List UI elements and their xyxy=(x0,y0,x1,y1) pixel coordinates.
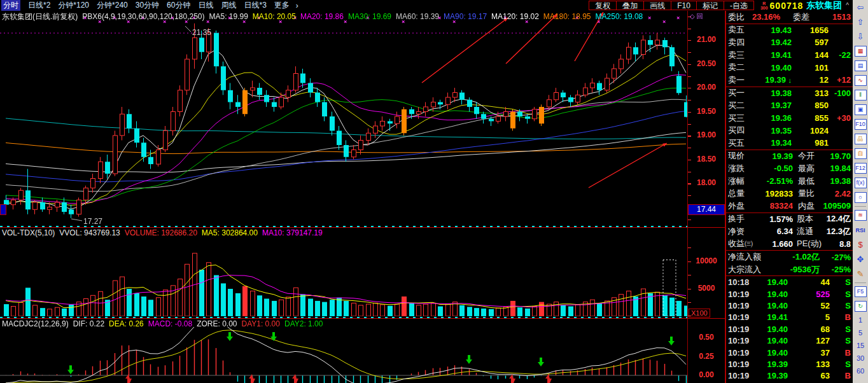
toolbar-button-6[interactable]: -自选 xyxy=(724,1,754,10)
tick-side: S xyxy=(830,289,851,299)
menu-item-9[interactable]: 日线*3 xyxy=(244,0,266,11)
f5-icon[interactable]: F5 xyxy=(853,284,867,299)
collapse-icon[interactable]: ^ xyxy=(846,2,849,9)
main-chart-canvas[interactable] xyxy=(0,11,687,227)
toolbar-button-4[interactable]: F10 xyxy=(671,1,697,10)
menu-item-5[interactable]: 30分钟 xyxy=(136,0,159,11)
tree-icon[interactable]: 品 xyxy=(853,132,867,146)
up-arrow-icon: ⇧ xyxy=(857,18,864,26)
menu-item-1[interactable]: 分时 xyxy=(1,0,20,11)
price-axis-label: 20.00 xyxy=(691,83,722,92)
f10-icon[interactable]: F10 xyxy=(853,117,867,132)
menu-item-4[interactable]: 分钟*240 xyxy=(97,0,128,11)
crosshair-icon[interactable]: ✥ xyxy=(853,252,867,267)
tick-time: 10:19 xyxy=(728,348,755,358)
stock-name[interactable]: 东软集团 xyxy=(806,0,842,11)
macd-chart-canvas[interactable] xyxy=(0,327,687,383)
tick-row[interactable]: 10:1919.415B xyxy=(726,312,853,323)
bid-row[interactable]: 买四19.351024 xyxy=(726,124,853,137)
stat-value: 109509 xyxy=(822,201,851,211)
ask-row[interactable]: 卖五19.431656 xyxy=(726,24,853,37)
pencil-icon[interactable]: ✎ xyxy=(853,267,867,281)
bid-row[interactable]: 买三19.36855+30 xyxy=(726,112,853,125)
back-arrow-icon[interactable]: ⇦ xyxy=(853,0,867,15)
menu-item-2[interactable]: 日线*2 xyxy=(28,0,50,11)
header-value: MA90: 19.17 xyxy=(444,12,487,21)
weibi-label: 委比 xyxy=(728,11,752,23)
list-icon: ▤ xyxy=(855,60,867,71)
pane-window-icons[interactable]: ◇ 回 xyxy=(690,12,703,21)
period-button-15[interactable]: 15 xyxy=(853,339,867,352)
ask-row[interactable]: 卖一19.39 ↓12+12 xyxy=(726,74,853,87)
money-icon[interactable]: $ xyxy=(853,237,867,252)
header-value: MA30: 19.69 xyxy=(348,12,391,21)
down-arrow-icon[interactable]: ⇩ xyxy=(853,29,867,44)
pane-divider xyxy=(0,318,725,319)
menu-item-6[interactable]: 60分钟 xyxy=(167,0,190,11)
tick-time: 10:19 xyxy=(728,359,755,369)
bid-row[interactable]: 买二19.37850 xyxy=(726,99,853,112)
tick-row[interactable]: 10:1919.3963B xyxy=(726,370,853,382)
f5-icon: F5 xyxy=(855,286,867,297)
toolbar-button-3[interactable]: 画线 xyxy=(643,1,671,10)
tick-row[interactable]: 10:1919.39133S xyxy=(726,358,853,370)
ask-label: 卖一 xyxy=(728,74,756,86)
stat-label: 涨幅 xyxy=(728,176,753,187)
wave-icon[interactable]: ≋ xyxy=(853,208,867,223)
menu-item-3[interactable]: 分钟*120 xyxy=(58,0,89,11)
bid-price: 19.36 xyxy=(756,113,792,123)
tick-volume: 52 xyxy=(788,301,830,310)
formula-icon[interactable]: f(x) xyxy=(853,176,867,190)
stat-label: 最低 xyxy=(793,176,822,187)
list-icon[interactable]: ▤ xyxy=(853,59,867,73)
tick-row[interactable]: 10:1819.4044S xyxy=(726,276,853,288)
tick-row[interactable]: 10:1919.40127S xyxy=(726,335,853,346)
ask-row[interactable]: 卖二19.40101 xyxy=(726,61,853,74)
refresh-icon: ↻ xyxy=(855,301,867,312)
price-axis-ticks xyxy=(688,17,691,227)
stat-row: 涨跌-0.50最高19.84 xyxy=(726,162,853,175)
period-button-1[interactable]: 1 xyxy=(853,314,867,326)
stock-code[interactable]: 600718 xyxy=(770,1,804,11)
menu-item-10[interactable]: 更多 xyxy=(274,0,290,11)
menu-item-7[interactable]: 日线 xyxy=(198,0,213,11)
indicator-params: PBX6(4,9,19,30,60,90,120,180,250) xyxy=(82,12,204,21)
bid-row[interactable]: 买一19.38313-100 xyxy=(726,87,853,100)
quote-grid-icon[interactable]: ▦ xyxy=(853,44,867,59)
period-button-30[interactable]: 30 xyxy=(853,352,867,365)
volume-chart-canvas[interactable] xyxy=(0,238,687,316)
multi-window-icon[interactable]: ▣ xyxy=(853,102,867,117)
toolbar-button-5[interactable]: 标记 xyxy=(696,1,724,10)
watchlist-icon[interactable]: 自 xyxy=(853,146,867,161)
ask-row[interactable]: 卖三19.41144-22 xyxy=(726,49,853,62)
price-axis-label: 19.50 xyxy=(691,107,722,116)
stat-row: 总量192833量比2.42 xyxy=(726,187,853,200)
menu-item-8[interactable]: 周线 xyxy=(221,0,236,11)
ask-row[interactable]: 卖四19.42597 xyxy=(726,36,853,49)
kline-icon[interactable]: ‖ xyxy=(853,88,867,102)
more-arrow-icon[interactable]: › xyxy=(296,1,298,10)
tick-row[interactable]: 10:1919.4068S xyxy=(726,323,853,335)
tick-price: 19.39 xyxy=(755,371,788,380)
f12-icon[interactable]: F12 xyxy=(853,161,867,176)
circle-icon[interactable]: ○ xyxy=(853,190,867,205)
toolbar-button-1[interactable]: 复权 xyxy=(589,1,617,10)
bid-row[interactable]: 买五19.34981 xyxy=(726,137,853,150)
side-toolbar: ⇦⇧⇩▦▤∿‖▣F10品自F12f(x)○≋RSI$✥✎F5↻15153060 xyxy=(853,0,868,383)
period-button-60[interactable]: 60 xyxy=(853,365,867,377)
toolbar-button-2[interactable]: 叠加 xyxy=(616,1,644,10)
tick-row[interactable]: 10:1919.4052S xyxy=(726,300,853,311)
tick-side: S xyxy=(830,301,851,310)
tick-row[interactable]: 10:1919.40525S xyxy=(726,288,853,300)
rsi-icon[interactable]: RSI xyxy=(853,223,867,237)
tick-row[interactable]: 10:1919.4037B xyxy=(726,347,853,358)
period-button-5[interactable]: 5 xyxy=(853,326,867,339)
ask-label: 卖五 xyxy=(728,24,756,36)
period-label: 15 xyxy=(857,342,864,349)
pane-divider-dashes xyxy=(0,317,687,318)
up-arrow-icon[interactable]: ⇧ xyxy=(853,15,867,29)
trend-line-icon[interactable]: ∿ xyxy=(853,73,867,88)
chart-title: 东软集团(日线.前复权) xyxy=(2,12,78,21)
money-flow-row: 净流入额-1.02亿-27% xyxy=(726,251,853,263)
refresh-icon[interactable]: ↻ xyxy=(853,299,867,314)
